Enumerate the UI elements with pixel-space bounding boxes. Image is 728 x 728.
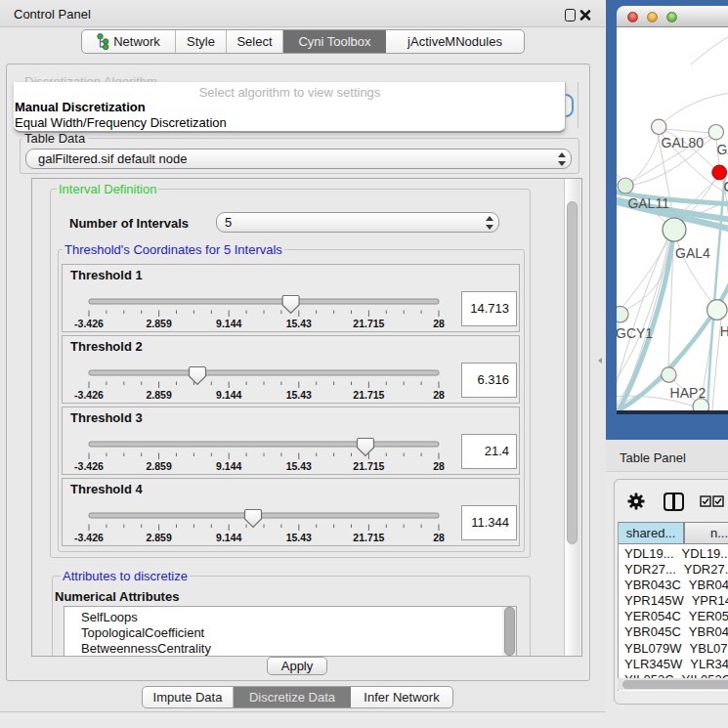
svg-text:9.144: 9.144	[216, 460, 241, 472]
svg-text:21.715: 21.715	[353, 532, 384, 543]
svg-text:-3.426: -3.426	[74, 389, 104, 401]
svg-text:21.715: 21.715	[353, 318, 384, 329]
svg-text:15.43: 15.43	[286, 318, 312, 329]
svg-text:21.715: 21.715	[353, 389, 384, 401]
svg-text:28: 28	[433, 532, 445, 543]
svg-text:2.859: 2.859	[146, 318, 171, 329]
svg-text:GAL4: GAL4	[675, 245, 710, 261]
svg-text:GAL11: GAL11	[627, 195, 669, 211]
svg-text:9.144: 9.144	[216, 389, 241, 401]
svg-text:9.144: 9.144	[216, 532, 241, 543]
svg-text:HAP2: HAP2	[670, 385, 707, 401]
svg-text:CD: CD	[724, 179, 728, 194]
svg-text:15.43: 15.43	[286, 532, 312, 543]
svg-text:28: 28	[433, 389, 445, 401]
svg-text:GAL80: GAL80	[662, 135, 705, 150]
svg-text:2.859: 2.859	[146, 460, 171, 472]
svg-text:9.144: 9.144	[216, 318, 241, 329]
svg-text:-3.426: -3.426	[74, 318, 104, 329]
svg-text:21.715: 21.715	[353, 460, 384, 472]
svg-text:2.859: 2.859	[146, 532, 171, 543]
svg-text:GCY1: GCY1	[617, 325, 653, 341]
svg-text:28: 28	[433, 318, 445, 329]
svg-text:-3.426: -3.426	[74, 460, 104, 472]
svg-text:2.859: 2.859	[146, 389, 171, 401]
svg-text:15.43: 15.43	[286, 460, 312, 472]
svg-text:15.43: 15.43	[286, 389, 312, 401]
svg-text:28: 28	[433, 460, 445, 472]
svg-text:GAL2: GAL2	[717, 142, 728, 157]
svg-text:-3.426: -3.426	[74, 532, 104, 543]
svg-text:HA: HA	[720, 323, 728, 339]
